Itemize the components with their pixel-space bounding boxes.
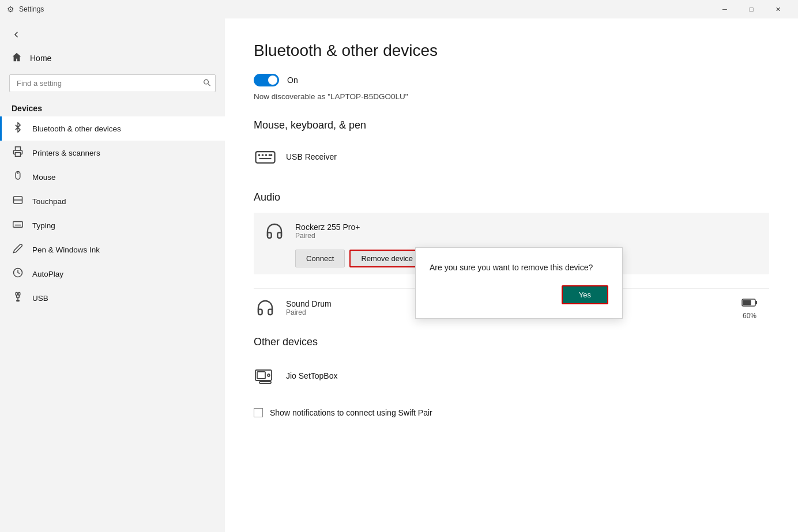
mouse-icon (12, 171, 24, 183)
sidebar-item-pen-label: Pen & Windows Ink (32, 246, 100, 254)
battery-percentage: 60% (743, 312, 756, 320)
sidebar-item-usb[interactable]: USB (0, 286, 225, 310)
usb-receiver-item: USB Receiver (254, 141, 769, 173)
other-devices-section: Other devices Jio SetTopBox (254, 336, 769, 394)
jio-settopbox-info: Jio SetTopBox (286, 371, 769, 380)
jio-settopbox-name: Jio SetTopBox (286, 371, 769, 380)
maximize-button[interactable]: □ (738, 0, 765, 18)
titlebar-controls: ─ □ ✕ (712, 0, 791, 18)
sidebar-item-bluetooth[interactable]: Bluetooth & other devices (0, 116, 225, 141)
rockerz-info: Rockerz 255 Pro+ Paired (295, 222, 760, 240)
bluetooth-toggle[interactable] (254, 74, 279, 86)
swift-pair-checkbox[interactable] (254, 408, 263, 417)
toggle-label: On (287, 76, 298, 85)
sidebar-item-touchpad[interactable]: Touchpad (0, 189, 225, 213)
search-input[interactable] (9, 74, 216, 92)
rockerz-status: Paired (295, 232, 760, 240)
typing-icon (12, 219, 24, 232)
sidebar-item-printers[interactable]: Printers & scanners (0, 141, 225, 165)
sidebar-item-usb-label: USB (32, 294, 48, 303)
audio-section: Rockerz 255 Pro+ Paired Connect Remove d… (254, 213, 769, 274)
search-button[interactable] (203, 78, 211, 88)
sidebar-item-mouse-label: Mouse (32, 173, 56, 182)
other-devices-heading: Other devices (254, 336, 769, 348)
svg-rect-2 (16, 147, 21, 150)
rockerz-name: Rockerz 255 Pro+ (295, 222, 760, 232)
bluetooth-toggle-row: On (254, 74, 769, 86)
back-button[interactable] (7, 25, 25, 44)
home-icon (12, 52, 22, 64)
usb-receiver-info: USB Receiver (286, 152, 769, 161)
svg-rect-21 (17, 300, 20, 301)
svg-rect-22 (256, 152, 275, 163)
autoplay-icon (12, 267, 24, 280)
remove-device-button[interactable]: Remove device (349, 250, 424, 267)
connect-button[interactable]: Connect (295, 250, 345, 267)
settings-icon: ⚙ (7, 5, 14, 14)
rockerz-expanded-row: Rockerz 255 Pro+ Paired (263, 220, 760, 243)
mouse-keyboard-pen-heading: Mouse, keyboard, & pen (254, 119, 769, 131)
content-area: Bluetooth & other devices On Now discove… (225, 18, 798, 532)
keyboard-device-icon (254, 145, 277, 168)
svg-rect-16 (18, 293, 20, 296)
svg-rect-32 (743, 300, 751, 305)
svg-point-35 (268, 374, 270, 376)
sidebar-item-touchpad-label: Touchpad (32, 197, 66, 206)
confirm-buttons: Yes (430, 285, 608, 304)
swift-pair-row: Show notifications to connect using Swif… (254, 408, 769, 417)
audio-heading: Audio (254, 191, 769, 203)
confirm-text: Are you sure you want to remove this dev… (430, 262, 608, 274)
usb-icon (12, 292, 24, 304)
sidebar: Home Devices Bluetooth & other devices (0, 18, 225, 532)
sidebar-item-pen[interactable]: Pen & Windows Ink (0, 237, 225, 262)
settopbox-icon (254, 364, 277, 387)
printer-icon (12, 146, 24, 159)
jio-settopbox-item: Jio SetTopBox (254, 357, 769, 394)
discoverable-text: Now discoverable as "LAPTOP-B5DGO0LU" (254, 92, 769, 101)
sound-drum-battery: 60% (741, 296, 758, 320)
svg-rect-15 (16, 293, 17, 296)
confirm-yes-button[interactable]: Yes (562, 285, 608, 304)
svg-line-1 (208, 84, 210, 86)
close-button[interactable]: ✕ (765, 0, 791, 18)
bluetooth-icon (12, 122, 24, 135)
search-container (9, 74, 216, 92)
titlebar: ⚙ Settings ─ □ ✕ (0, 0, 798, 18)
page-title: Bluetooth & other devices (254, 41, 769, 60)
sidebar-item-typing-label: Typing (32, 221, 55, 230)
pen-icon (12, 243, 24, 256)
home-label: Home (30, 54, 51, 63)
sidebar-item-autoplay[interactable]: AutoPlay (0, 262, 225, 286)
sidebar-item-bluetooth-label: Bluetooth & other devices (32, 124, 121, 133)
minimize-button[interactable]: ─ (712, 0, 738, 18)
sidebar-item-printers-label: Printers & scanners (32, 149, 100, 157)
svg-rect-3 (16, 153, 21, 157)
sidebar-item-mouse[interactable]: Mouse (0, 165, 225, 189)
usb-receiver-section: USB Receiver (254, 141, 769, 173)
headphones-icon-1 (263, 220, 286, 243)
svg-rect-37 (263, 380, 264, 382)
battery-icon (741, 296, 758, 311)
svg-rect-36 (259, 382, 271, 383)
titlebar-title: Settings (19, 5, 44, 13)
sidebar-item-typing[interactable]: Typing (0, 213, 225, 237)
svg-rect-34 (257, 372, 265, 379)
svg-rect-31 (755, 301, 757, 304)
swift-pair-label: Show notifications to connect using Swif… (270, 408, 432, 417)
app-body: Home Devices Bluetooth & other devices (0, 18, 798, 532)
sidebar-section-label: Devices (0, 97, 225, 116)
svg-point-0 (204, 80, 209, 84)
svg-rect-8 (13, 222, 23, 228)
usb-receiver-name: USB Receiver (286, 152, 769, 161)
sidebar-item-autoplay-label: AutoPlay (32, 270, 63, 278)
sidebar-item-home[interactable]: Home (0, 46, 225, 70)
confirm-dialog: Are you sure you want to remove this dev… (415, 247, 623, 319)
headphones-icon-2 (254, 296, 277, 319)
touchpad-icon (12, 195, 24, 207)
